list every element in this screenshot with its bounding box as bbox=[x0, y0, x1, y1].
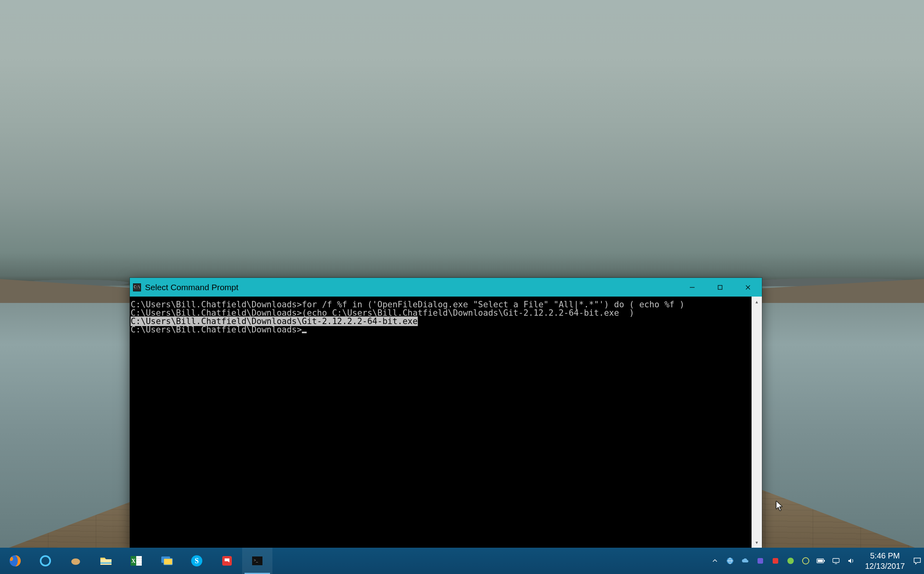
taskbar-app-cortana[interactable] bbox=[30, 548, 61, 574]
terminal-prompt: C:\Users\Bill.Chatfield\Downloads> bbox=[131, 325, 302, 334]
minimize-button[interactable] bbox=[678, 278, 706, 297]
svg-rect-30 bbox=[833, 558, 839, 562]
command-prompt-window[interactable]: C:\ Select Command Prompt C:\Users\Bill.… bbox=[130, 278, 762, 548]
excel-icon: X bbox=[129, 554, 143, 568]
cmd-app-icon: C:\ bbox=[133, 283, 141, 291]
cursor bbox=[302, 332, 307, 333]
command-prompt-icon: >_ bbox=[250, 554, 264, 568]
tray-icon-app1[interactable] bbox=[754, 548, 767, 574]
tray-icon-app3[interactable] bbox=[799, 548, 812, 574]
svg-point-26 bbox=[803, 558, 809, 564]
maximize-button[interactable] bbox=[706, 278, 734, 297]
titlebar[interactable]: C:\ Select Command Prompt bbox=[130, 278, 762, 297]
notification-app-icon bbox=[220, 554, 234, 568]
tray-icon-display[interactable] bbox=[829, 548, 843, 574]
svg-rect-8 bbox=[100, 562, 112, 564]
svg-rect-29 bbox=[818, 560, 823, 562]
system-tray[interactable] bbox=[707, 548, 859, 574]
scroll-down-button[interactable]: ▾ bbox=[752, 537, 762, 548]
terminal-line-selected: C:\Users\Bill.Chatfield\Downloads\Git-2.… bbox=[131, 317, 751, 326]
cloud-icon bbox=[741, 557, 749, 565]
app2-icon bbox=[771, 557, 779, 565]
clock-time: 5:46 PM bbox=[865, 550, 905, 561]
tray-icon-volume[interactable] bbox=[844, 548, 858, 574]
taskbar-clock[interactable]: 5:46 PM 12/13/2017 bbox=[859, 548, 910, 574]
svg-rect-16 bbox=[164, 558, 172, 565]
terminal-output[interactable]: C:\Users\Bill.Chatfield\Downloads>for /f… bbox=[130, 297, 752, 548]
taskbar-app-skype[interactable]: S bbox=[182, 548, 212, 574]
svg-text:X: X bbox=[131, 558, 135, 564]
tray-overflow-chevron[interactable] bbox=[708, 548, 722, 574]
svg-point-5 bbox=[41, 556, 50, 566]
file-explorer-icon bbox=[99, 554, 113, 568]
svg-rect-28 bbox=[824, 560, 825, 562]
action-center-button[interactable] bbox=[910, 548, 924, 574]
svg-text:>_: >_ bbox=[254, 558, 258, 562]
tray-icon-globe[interactable] bbox=[723, 548, 737, 574]
skype-icon: S bbox=[190, 554, 204, 568]
taskbar[interactable]: X S >_ bbox=[0, 548, 924, 574]
maximize-icon bbox=[717, 284, 723, 291]
volume-icon bbox=[847, 557, 855, 565]
terminal-line: C:\Users\Bill.Chatfield\Downloads>for /f… bbox=[131, 301, 751, 309]
cortana-icon bbox=[38, 554, 53, 568]
terminal-prompt-line: C:\Users\Bill.Chatfield\Downloads> bbox=[131, 326, 751, 334]
tray-icon-battery[interactable] bbox=[814, 548, 828, 574]
taskbar-app-notifications[interactable] bbox=[212, 548, 242, 574]
taskbar-app-remote-desktop[interactable] bbox=[151, 548, 182, 574]
app3-icon bbox=[802, 557, 810, 565]
globe-icon bbox=[726, 557, 734, 565]
vertical-scrollbar[interactable]: ▴ ▾ bbox=[752, 297, 762, 548]
display-icon bbox=[832, 557, 840, 565]
svg-point-25 bbox=[787, 558, 794, 564]
svg-rect-23 bbox=[758, 558, 763, 564]
svg-text:S: S bbox=[195, 557, 199, 565]
svg-rect-7 bbox=[100, 559, 112, 565]
scroll-track[interactable] bbox=[752, 307, 762, 537]
action-center-icon bbox=[913, 556, 922, 565]
taskbar-spacer bbox=[272, 548, 707, 574]
taskbar-app-excel[interactable]: X bbox=[121, 548, 151, 574]
remote-desktop-icon bbox=[159, 554, 174, 568]
svg-rect-24 bbox=[773, 558, 778, 564]
terminal-line: C:\Users\Bill.Chatfield\Downloads>(echo … bbox=[131, 309, 751, 317]
svg-rect-1 bbox=[718, 285, 722, 289]
taskbar-app-firefox[interactable] bbox=[0, 548, 30, 574]
tray-icon-app2[interactable] bbox=[769, 548, 782, 574]
battery-icon bbox=[816, 558, 825, 564]
app-icon bbox=[69, 554, 83, 568]
close-button[interactable] bbox=[734, 278, 762, 297]
taskbar-app-file-explorer[interactable] bbox=[91, 548, 121, 574]
app1-icon bbox=[756, 557, 764, 565]
minimize-icon bbox=[689, 284, 695, 291]
svg-point-6 bbox=[71, 558, 80, 565]
taskbar-app-command-prompt[interactable]: >_ bbox=[242, 548, 272, 574]
scroll-up-button[interactable]: ▴ bbox=[752, 297, 762, 307]
taskbar-app-generic[interactable] bbox=[61, 548, 91, 574]
chevron-up-icon bbox=[712, 558, 718, 564]
firefox-icon bbox=[8, 554, 22, 568]
close-icon bbox=[745, 284, 751, 291]
skype-small-icon bbox=[787, 557, 795, 565]
window-title: Select Command Prompt bbox=[145, 283, 678, 292]
tray-icon-skype[interactable] bbox=[784, 548, 797, 574]
clock-date: 12/13/2017 bbox=[865, 561, 905, 571]
window-controls bbox=[678, 278, 762, 297]
tray-icon-cloud[interactable] bbox=[738, 548, 752, 574]
